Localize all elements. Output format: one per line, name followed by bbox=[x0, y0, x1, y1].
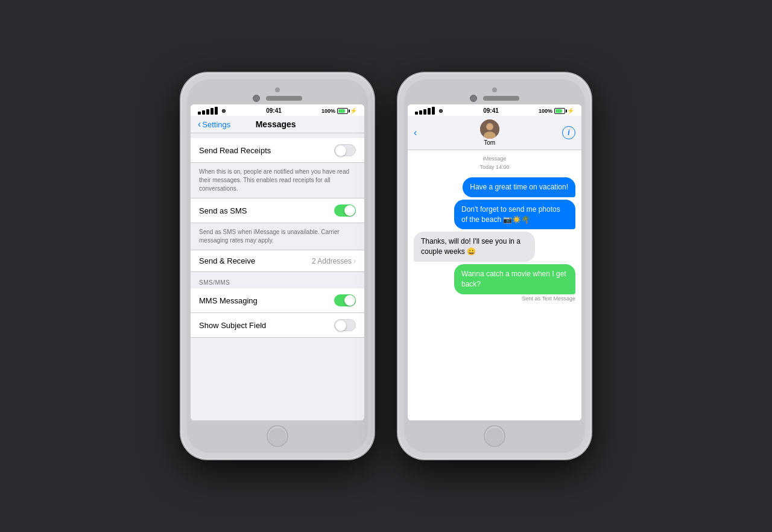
battery-icon-left bbox=[337, 108, 348, 114]
home-button-left[interactable] bbox=[267, 425, 288, 447]
message-3: Thanks, will do! I'll see you in a coupl… bbox=[414, 232, 535, 262]
toggle-knob-read-receipts bbox=[335, 145, 346, 156]
battery-fill-right bbox=[555, 109, 562, 113]
speaker-right bbox=[483, 96, 519, 101]
send-receive-addresses: 2 Addresses bbox=[312, 257, 352, 265]
sig5 bbox=[215, 107, 218, 115]
settings-nav: ‹ Settings Messages bbox=[191, 116, 364, 133]
bolt-right: ⚡ bbox=[567, 107, 574, 114]
bolt-left: ⚡ bbox=[350, 107, 357, 114]
messages-back-button[interactable]: ‹ bbox=[414, 128, 417, 138]
message-4-text: Wanna catch a movie when I get back? bbox=[461, 270, 566, 288]
imessage-service: iMessage bbox=[483, 156, 507, 162]
status-left-right: ⊛ bbox=[415, 107, 443, 115]
mms-messaging-row[interactable]: MMS Messaging bbox=[191, 288, 364, 313]
contact-avatar[interactable] bbox=[480, 119, 499, 139]
chevron-left-icon: ‹ bbox=[198, 119, 201, 129]
sent-as-label: Sent as Text Message bbox=[522, 296, 575, 302]
toggle-knob-mms bbox=[344, 295, 355, 306]
message-3-text: Thanks, will do! I'll see you in a coupl… bbox=[421, 237, 520, 256]
toggle-knob-subject bbox=[335, 320, 346, 331]
status-right-right: 100% ⚡ bbox=[539, 107, 574, 114]
avatar-svg bbox=[480, 119, 499, 139]
status-bar-left: ⊛ 09:41 100% ⚡ bbox=[191, 104, 364, 116]
send-receive-chevron: › bbox=[353, 257, 356, 265]
send-as-sms-toggle[interactable] bbox=[334, 204, 356, 217]
phone-bottom-right bbox=[484, 420, 505, 449]
back-label: Settings bbox=[202, 120, 230, 129]
rsig1 bbox=[415, 112, 418, 115]
top-gap bbox=[191, 133, 364, 138]
chevron-left-messages-icon: ‹ bbox=[414, 128, 417, 138]
signal-right bbox=[415, 107, 435, 115]
message-1: Have a great time on vacation! bbox=[463, 177, 575, 197]
sig3 bbox=[206, 109, 209, 115]
imessage-time: Today 14:00 bbox=[479, 164, 509, 170]
svg-point-3 bbox=[487, 124, 493, 130]
message-1-text: Have a great time on vacation! bbox=[470, 183, 568, 191]
screen-right: ⊛ 09:41 100% ⚡ ‹ bbox=[408, 104, 581, 420]
phones-container: ⊛ 09:41 100% ⚡ ‹ Settings bbox=[181, 73, 591, 459]
settings-content: Send Read Receipts When this is on, peop… bbox=[191, 133, 364, 420]
time-right: 09:41 bbox=[483, 107, 499, 114]
status-left-left: ⊛ bbox=[198, 107, 226, 115]
phone-bottom-left bbox=[267, 420, 288, 449]
rsig5 bbox=[432, 107, 435, 115]
send-as-sms-row[interactable]: Send as SMS bbox=[191, 198, 364, 223]
speaker-dot-left bbox=[275, 87, 280, 92]
sms-mms-header: SMS/MMS bbox=[191, 276, 364, 288]
sig1 bbox=[198, 112, 201, 115]
wifi-icon-left: ⊛ bbox=[221, 108, 226, 114]
camera-speaker-row-left bbox=[253, 95, 302, 102]
phone-top-left bbox=[191, 83, 364, 104]
contact-center: Tom bbox=[480, 119, 499, 146]
phone-left-inner: ⊛ 09:41 100% ⚡ ‹ Settings bbox=[187, 79, 368, 453]
sms-description: Send as SMS when iMessage is unavailable… bbox=[191, 223, 364, 250]
home-button-right[interactable] bbox=[484, 425, 505, 447]
battery-label-left: 100% bbox=[321, 108, 335, 114]
nav-title-left: Messages bbox=[256, 119, 296, 129]
camera-right bbox=[470, 95, 477, 102]
send-read-receipts-label: Send Read Receipts bbox=[199, 146, 271, 155]
camera-speaker-row-right bbox=[470, 95, 519, 102]
messages-content: iMessage Today 14:00 Have a great time o… bbox=[408, 150, 581, 420]
speaker-left bbox=[266, 96, 302, 101]
phone-top-right bbox=[408, 83, 581, 104]
phone-right-inner: ⊛ 09:41 100% ⚡ ‹ bbox=[404, 79, 585, 453]
battery-icon-right bbox=[554, 108, 565, 114]
rsig3 bbox=[423, 109, 426, 115]
send-receive-row[interactable]: Send & Receive 2 Addresses › bbox=[191, 250, 364, 272]
signal-left bbox=[198, 107, 218, 115]
show-subject-toggle[interactable] bbox=[334, 319, 356, 331]
send-receive-label: Send & Receive bbox=[199, 256, 255, 265]
send-read-receipts-row[interactable]: Send Read Receipts bbox=[191, 138, 364, 163]
phone-right: ⊛ 09:41 100% ⚡ ‹ bbox=[398, 73, 591, 459]
status-bar-right: ⊛ 09:41 100% ⚡ bbox=[408, 104, 581, 116]
info-button[interactable]: i bbox=[562, 126, 575, 139]
info-icon: i bbox=[568, 128, 569, 137]
message-2: Don't forget to send me photos of the be… bbox=[454, 200, 575, 230]
phone-left: ⊛ 09:41 100% ⚡ ‹ Settings bbox=[181, 73, 374, 459]
mms-messaging-toggle[interactable] bbox=[334, 294, 356, 306]
toggle-knob-sms bbox=[344, 205, 355, 216]
show-subject-row[interactable]: Show Subject Field bbox=[191, 313, 364, 338]
message-4: Wanna catch a movie when I get back? bbox=[454, 264, 575, 294]
camera-left bbox=[253, 95, 260, 102]
message-4-container: Wanna catch a movie when I get back? Sen… bbox=[414, 264, 575, 302]
sig4 bbox=[210, 108, 214, 115]
send-read-receipts-toggle[interactable] bbox=[334, 144, 356, 156]
read-receipts-description: When this is on, people are notified whe… bbox=[191, 163, 364, 198]
message-2-text: Don't forget to send me photos of the be… bbox=[461, 205, 560, 224]
send-receive-value: 2 Addresses › bbox=[312, 257, 356, 265]
mms-messaging-label: MMS Messaging bbox=[199, 296, 258, 305]
time-left: 09:41 bbox=[266, 107, 282, 114]
speaker-dot-right bbox=[492, 87, 497, 92]
back-button[interactable]: ‹ Settings bbox=[198, 119, 230, 129]
sig2 bbox=[202, 110, 205, 115]
rsig2 bbox=[419, 110, 422, 115]
wifi-icon-right: ⊛ bbox=[438, 108, 443, 114]
messages-bubbles: Have a great time on vacation! Don't for… bbox=[414, 177, 575, 302]
battery-label-right: 100% bbox=[539, 108, 552, 114]
messages-nav: ‹ bbox=[408, 116, 581, 150]
send-as-sms-label: Send as SMS bbox=[199, 206, 247, 215]
